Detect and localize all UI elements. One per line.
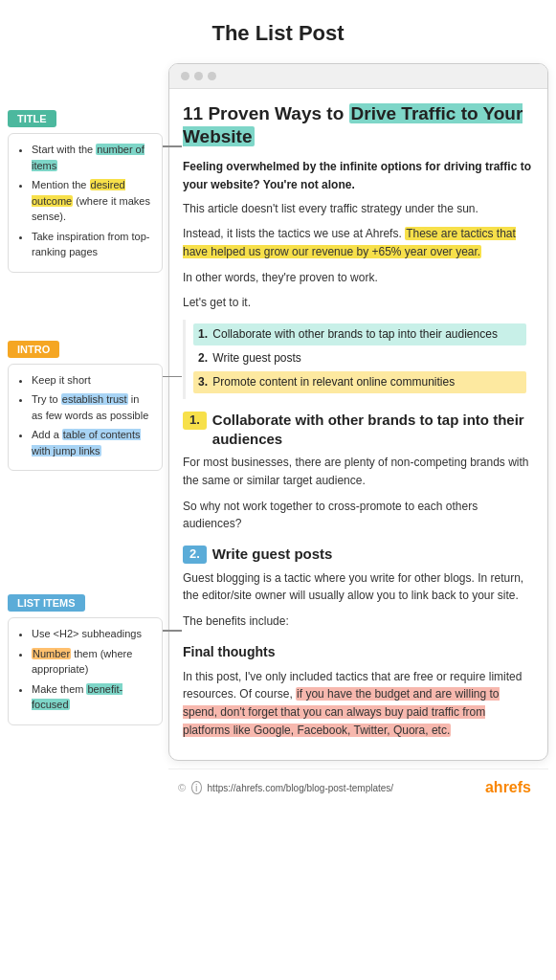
intro-tip-1: Keep it short [32, 372, 152, 389]
toc-text-1: Collaborate with other brands to tap int… [212, 327, 498, 341]
list-tip-2: Number them (where appropriate) [32, 646, 152, 678]
intro-label: INTRO [8, 341, 59, 358]
list-connector [163, 630, 182, 632]
h2-2-badge: 2. [183, 546, 207, 564]
list-box: Use <H2> subheadings Number them (where … [8, 617, 163, 725]
article-para4: Let's get to it. [183, 294, 534, 312]
number-of-items-hl: number of items [32, 144, 145, 171]
browser-mockup: 11 Proven Ways to Drive Traffic to Your … [168, 63, 548, 980]
title-box: Start with the number of items Mention t… [8, 133, 163, 273]
intro-spacer [8, 290, 163, 340]
toc-text-3: Promote content in relevant online commu… [212, 375, 455, 389]
article-h2-1: 1. Collaborate with other brands to tap … [183, 411, 534, 448]
browser-window: 11 Proven Ways to Drive Traffic to Your … [168, 63, 548, 761]
article-h1: 11 Proven Ways to Drive Traffic to Your … [183, 102, 534, 148]
browser-dot-1 [181, 72, 189, 80]
establish-trust-hl: establish trust [61, 393, 128, 405]
list-tip-3: Make them benefit-focused [32, 681, 152, 713]
info-icon: i [191, 781, 201, 794]
toc-item-3: 3. Promote content in relevant online co… [193, 371, 526, 393]
title-label: TITLE [8, 110, 56, 127]
h2-2-text: Write guest posts [212, 545, 333, 564]
toc-num-2: 2. [198, 351, 208, 365]
article-h2-2: 2. Write guest posts [183, 545, 534, 564]
h2-1-text: Collaborate with other brands to tap int… [212, 411, 534, 448]
page-title: The List Post [0, 0, 556, 63]
h2-2-para2: The benefits include: [183, 612, 534, 631]
desired-outcome-hl: desired outcome [32, 179, 125, 207]
h2-1-para1: For most businesses, there are plenty of… [183, 454, 534, 489]
intro-connector [163, 376, 182, 378]
main-layout: TITLE Start with the number of items Men… [0, 63, 556, 980]
h2-1-badge: 1. [183, 412, 207, 430]
intro-annotation: INTRO Keep it short Try to establish tru… [8, 340, 163, 472]
article-para1: This article doesn't list every traffic … [183, 200, 534, 218]
toc-num-1: 1. [198, 327, 208, 341]
h2-2-para1: Guest blogging is a tactic where you wri… [183, 569, 534, 605]
left-annotations: TITLE Start with the number of items Men… [8, 63, 163, 980]
title-connector [163, 145, 182, 147]
final-para: In this post, I've only included tactics… [183, 668, 534, 739]
intro-box: Keep it short Try to establish trust in … [8, 364, 163, 472]
title-tip-2: Mention the desired outcome (where it ma… [32, 177, 152, 225]
footer-url[interactable]: https://ahrefs.com/blog/blog-post-templa… [208, 783, 394, 793]
toc-num-3: 3. [198, 375, 208, 389]
intro-tip-2: Try to establish trust in as few words a… [32, 391, 152, 423]
table-of-contents: 1. Collaborate with other brands to tap … [183, 320, 534, 400]
page-container: The List Post TITLE Start with the numbe… [0, 0, 556, 980]
footer: © i https://ahrefs.com/blog/blog-post-te… [168, 768, 548, 806]
article-bold-intro: Feeling overwhelmed by the infinite opti… [183, 158, 534, 194]
footer-left: © i https://ahrefs.com/blog/blog-post-te… [178, 781, 393, 794]
browser-dot-2 [194, 72, 203, 80]
article-num: 11 [183, 103, 203, 123]
conclusion-spacer [8, 743, 163, 981]
number-hl: Number [32, 648, 71, 659]
title-spacer [8, 63, 163, 92]
table-contents-hl: table of contents with jump links [32, 429, 141, 457]
article-para3: In other words, they're proven to work. [183, 269, 534, 287]
toc-item-2: 2. Write guest posts [193, 347, 526, 369]
title-tip-1: Start with the number of items [32, 142, 152, 173]
ahrefs-logo: ahrefs [485, 779, 531, 796]
list-tip-1: Use <H2> subheadings [32, 626, 152, 642]
article-title-part1: Proven Ways to [203, 103, 348, 123]
list-label: LIST ITEMS [8, 594, 85, 612]
intro-tip-3: Add a table of contents with jump links [32, 427, 152, 458]
title-tip-3: Take inspiration from top-ranking pages [32, 229, 152, 260]
article-para2: Instead, it lists the tactics we use at … [183, 225, 534, 260]
article-h3-final: Final thoughts [183, 641, 534, 662]
browser-dot-3 [208, 72, 216, 80]
para2-text: Instead, it lists the tactics we use at … [183, 227, 402, 240]
toc-text-2: Write guest posts [212, 351, 300, 365]
toc-item-1: 1. Collaborate with other brands to tap … [193, 323, 526, 345]
h2-1-para2: So why not work together to cross-promot… [183, 498, 534, 533]
list-annotation: LIST ITEMS Use <H2> subheadings Number t… [8, 593, 163, 725]
title-annotation: TITLE Start with the number of items Men… [8, 109, 163, 273]
copyright-icon: © [178, 782, 186, 793]
list-spacer [8, 488, 163, 593]
benefit-focused-hl: benefit-focused [32, 683, 122, 711]
browser-bar [169, 64, 547, 89]
article-content: 11 Proven Ways to Drive Traffic to Your … [169, 89, 547, 760]
